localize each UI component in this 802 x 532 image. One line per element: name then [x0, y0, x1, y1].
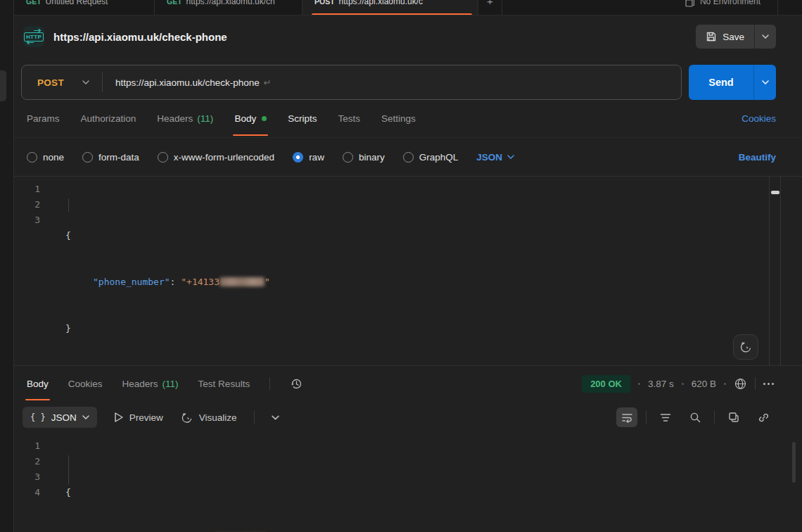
save-options-button[interactable] — [754, 25, 776, 49]
chevron-down-icon — [762, 34, 769, 39]
response-format-dropdown[interactable]: { } JSON — [23, 407, 97, 428]
request-title: https://api.xiaomu.uk/check-phone — [53, 31, 227, 43]
globe-icon — [734, 377, 747, 391]
save-label: Save — [723, 32, 744, 42]
link-button[interactable] — [753, 407, 774, 427]
arrow-right-icon — [34, 28, 42, 33]
tab-label: Authorization — [81, 113, 136, 124]
tab-label: Body — [234, 113, 256, 124]
tab-tests[interactable]: Tests — [338, 100, 360, 137]
chevron-down-icon — [82, 415, 89, 419]
preview-button[interactable]: Preview — [114, 412, 163, 423]
dot-separator — [638, 383, 640, 385]
response-history-button[interactable] — [290, 377, 303, 391]
tab-label: Scripts — [288, 113, 317, 124]
send-button-main[interactable]: Send — [689, 65, 753, 100]
mode-label: GraphQL — [419, 152, 459, 163]
mode-raw-selected[interactable]: raw — [293, 152, 324, 163]
code-token: { — [65, 230, 71, 241]
filter-button[interactable] — [655, 407, 676, 427]
return-key-glyph: ↵ — [264, 77, 272, 88]
body-modified-dot — [262, 116, 267, 121]
send-options-button[interactable] — [753, 65, 776, 100]
code-token: { — [65, 487, 71, 498]
radio-selected-icon — [293, 152, 303, 163]
mode-graphql[interactable]: GraphQL — [403, 152, 459, 163]
request-tab-3-active[interactable]: POST https://api.xiaomu.uk/c — [303, 0, 478, 15]
radio-icon — [27, 152, 37, 163]
copy-button[interactable] — [723, 407, 744, 427]
beautify-link[interactable]: Beautify — [739, 138, 776, 176]
line-numbers: 1 2 3 — [14, 182, 49, 366]
tab-label: https://api.xiaomu.uk/c — [339, 0, 423, 11]
format-label: JSON — [51, 412, 77, 423]
tab-method: POST — [314, 0, 335, 11]
response-meta: 200 OK 3.87 s 620 B — [582, 375, 774, 393]
language-dropdown[interactable]: JSON — [476, 152, 514, 163]
request-tab-2[interactable]: GET https://api.xiaomu.uk/ch — [155, 0, 303, 15]
filter-lines-icon — [660, 413, 671, 422]
response-tab-test-results[interactable]: Test Results — [198, 366, 250, 401]
more-views-button[interactable] — [272, 415, 279, 420]
request-body-editor[interactable]: 1 2 3 { "phone_number": "+14133" } — [14, 176, 802, 366]
response-tab-cookies[interactable]: Cookies — [68, 366, 103, 401]
tab-label: Untitled Request — [46, 0, 108, 11]
environment-icon — [685, 0, 694, 7]
cookies-link[interactable]: Cookies — [741, 100, 776, 137]
save-button-main[interactable]: Save — [696, 25, 754, 49]
mode-label: binary — [359, 152, 385, 163]
scrollbar-thumb[interactable] — [792, 442, 796, 483]
chevron-down-icon — [272, 415, 279, 420]
response-body-viewer[interactable]: 1 2 3 4 { "phone_number": "+1413", "stat… — [14, 433, 802, 532]
url-input[interactable]: https://api.xiaomu.uk/check-phone↵ — [103, 77, 681, 88]
code-string: "+14133 — [181, 277, 219, 287]
mode-x-www-form-urlencoded[interactable]: x-www-form-urlencoded — [158, 152, 274, 163]
network-info-button[interactable] — [734, 377, 747, 391]
headers-count: (11) — [197, 113, 213, 124]
tab-label: Settings — [381, 113, 416, 124]
scrollbar-thumb[interactable] — [771, 191, 779, 194]
method-label: POST — [37, 77, 64, 88]
sidebar-handle[interactable] — [0, 70, 6, 101]
mode-binary[interactable]: binary — [343, 152, 385, 163]
indent-guide — [68, 198, 69, 212]
method-dropdown[interactable]: POST — [22, 65, 102, 99]
copy-icon — [728, 412, 739, 423]
save-button[interactable]: Save — [696, 25, 776, 49]
tab-scripts[interactable]: Scripts — [288, 100, 317, 137]
chevron-down-icon — [507, 155, 514, 159]
response-options-button[interactable] — [763, 383, 774, 385]
response-toolbar: { } JSON Preview Visualize — [14, 401, 802, 433]
radio-icon — [403, 152, 414, 163]
headers-count: (11) — [163, 379, 179, 389]
plus-icon: + — [487, 0, 493, 11]
response-tab-headers[interactable]: Headers(11) — [122, 366, 179, 401]
tab-authorization[interactable]: Authorization — [81, 100, 136, 137]
tab-method: GET — [26, 0, 42, 11]
tab-params[interactable]: Params — [27, 100, 60, 137]
request-tab-1[interactable]: GET Untitled Request — [14, 0, 155, 15]
tab-settings[interactable]: Settings — [381, 100, 416, 137]
tab-label: Body — [27, 379, 49, 389]
tab-body[interactable]: Body — [234, 100, 267, 137]
send-button[interactable]: Send — [689, 65, 776, 100]
response-tab-body[interactable]: Body — [27, 366, 49, 401]
postbot-button[interactable] — [733, 334, 758, 360]
tab-headers[interactable]: Headers(11) — [157, 100, 213, 137]
visualize-label: Visualize — [199, 412, 237, 423]
new-tab-button[interactable]: + — [478, 0, 502, 15]
mode-form-data[interactable]: form-data — [82, 152, 139, 163]
response-tools — [616, 407, 774, 427]
mode-label: form-data — [98, 152, 139, 163]
editor-scrollbar[interactable] — [769, 177, 781, 365]
wrap-text-button[interactable] — [616, 407, 637, 427]
radio-icon — [343, 152, 353, 163]
url-bar: POST https://api.xiaomu.uk/check-phone↵ — [21, 65, 682, 100]
mode-none[interactable]: none — [27, 152, 64, 163]
search-button[interactable] — [685, 407, 706, 427]
visualize-button[interactable]: Visualize — [180, 411, 237, 424]
environment-selector[interactable]: No Environment — [685, 0, 778, 15]
request-section-tabs: Params Authorization Headers(11) Body Sc… — [14, 100, 802, 138]
code-token: } — [65, 323, 71, 334]
status-badge: 200 OK — [582, 375, 630, 393]
